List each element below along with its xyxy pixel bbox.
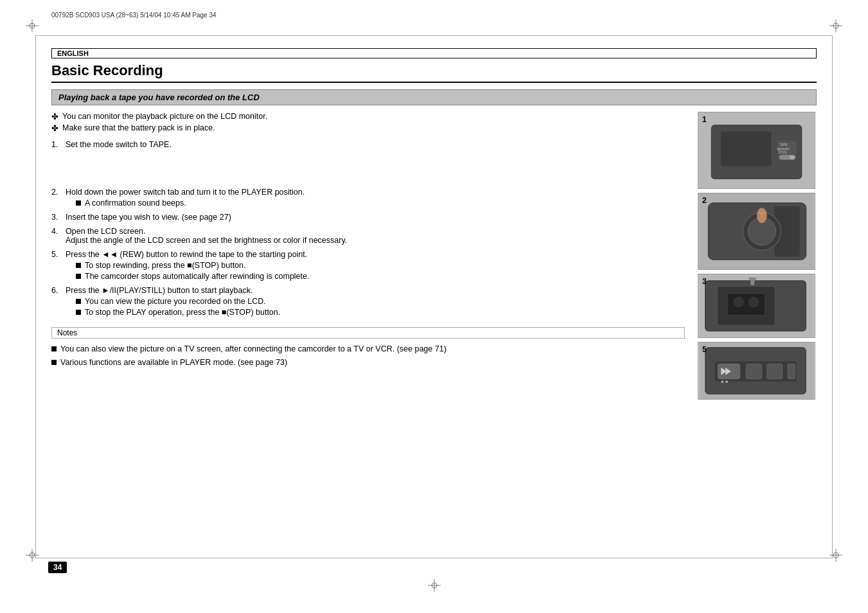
image-1: 1 TAPE MEMORY STICK	[698, 112, 815, 189]
img-1-label: 1	[702, 115, 707, 124]
header-meta: 00792B SCD903 USA (28~63) 5/14/04 10:45 …	[51, 12, 217, 19]
cross-symbol-2: ✤	[51, 123, 58, 133]
sq-bullet-2-1	[76, 200, 81, 206]
page-number: 34	[48, 562, 67, 573]
step-6-content: Press the ►/II(PLAY/STILL) button to sta…	[66, 286, 685, 317]
image-3: 3	[698, 274, 815, 338]
step-4-text: Open the LCD screen.Adjust the angle of …	[66, 227, 347, 245]
img-2-label: 2	[702, 196, 707, 205]
sq-bullet-5-1	[76, 263, 81, 268]
step-4-num: 4.	[51, 227, 66, 236]
step-2-sub-1: A confirmation sound beeps.	[76, 199, 685, 208]
left-border-line	[35, 35, 36, 558]
svg-rect-43	[746, 364, 761, 378]
note-1: You can also view the picture on a TV sc…	[51, 344, 685, 353]
step-5-text: Press the ◄◄ (REW) button to rewind the …	[66, 250, 307, 259]
step-6-sub-2: To stop the PLAY operation, press the ■(…	[76, 308, 685, 317]
cross-bullet-text-1: You can monitor the playback picture on …	[62, 112, 267, 121]
right-border-line	[832, 35, 833, 558]
step-4: 4. Open the LCD screen.Adjust the angle …	[51, 227, 685, 245]
svg-text:STICK: STICK	[778, 151, 786, 154]
step-1: 1. Set the mode switch to TAPE.	[51, 140, 685, 149]
sq-bullet-note-2	[51, 360, 57, 365]
svg-rect-34	[727, 293, 765, 315]
step-5-sub-2: The camcorder stops automatically after …	[76, 272, 685, 281]
step-6: 6. Press the ►/II(PLAY/STILL) button to …	[51, 286, 685, 317]
step-5-sub-1: To stop rewinding, press the ■(STOP) but…	[76, 261, 685, 270]
img-5-label: 5	[702, 345, 707, 354]
step-5-content: Press the ◄◄ (REW) button to rewind the …	[66, 250, 685, 281]
step-1-content: Set the mode switch to TAPE.	[66, 140, 685, 149]
svg-rect-44	[767, 364, 783, 378]
sq-bullet-6-2	[76, 310, 81, 315]
step-5-sub-text-1: To stop rewinding, press the ■(STOP) but…	[85, 261, 246, 270]
step-6-sub-text-1: You can view the picture you recorded on…	[85, 297, 266, 306]
step-3-num: 3.	[51, 213, 66, 222]
step-2: 2. Hold down the power switch tab and tu…	[51, 188, 685, 208]
step-5: 5. Press the ◄◄ (REW) button to rewind t…	[51, 250, 685, 281]
note-2-text: Various functions are available in PLAYE…	[60, 358, 287, 367]
bottom-border-line	[35, 558, 833, 558]
step-6-sub-text-2: To stop the PLAY operation, press the ■(…	[85, 308, 280, 317]
center-cross-bottom	[428, 579, 441, 594]
reg-mark-br	[829, 549, 842, 562]
step-6-num: 6.	[51, 286, 66, 295]
step-6-text: Press the ►/II(PLAY/STILL) button to sta…	[66, 286, 252, 295]
reg-mark-tr	[829, 19, 842, 32]
step-1-num: 1.	[51, 140, 66, 149]
main-title: Basic Recording	[51, 62, 817, 83]
top-border-line	[35, 35, 833, 36]
step-5-sub-text-2: The camcorder stops automatically after …	[85, 272, 309, 281]
step-2-content: Hold down the power switch tab and turn …	[66, 188, 685, 208]
reg-mark-bl	[26, 549, 39, 562]
english-badge: ENGLISH	[51, 48, 817, 58]
cross-bullet-2: ✤ Make sure that the battery pack is in …	[51, 123, 685, 133]
svg-text:TAPE: TAPE	[779, 143, 788, 147]
subtitle-banner: Playing back a tape you have recorded on…	[51, 89, 817, 105]
sq-bullet-note-1	[51, 346, 57, 351]
step-2-num: 2.	[51, 188, 66, 197]
main-content: ✤ You can monitor the playback picture o…	[51, 112, 817, 555]
steps-container: 1. Set the mode switch to TAPE. 2. Hold …	[51, 140, 685, 322]
reg-mark-tl	[26, 19, 39, 32]
svg-rect-45	[788, 364, 795, 378]
svg-rect-36	[748, 297, 759, 307]
step-3: 3. Insert the tape you wish to view. (se…	[51, 213, 685, 222]
cross-symbol-1: ✤	[51, 112, 58, 121]
svg-rect-17	[721, 132, 772, 166]
cross-bullet-text-2: Make sure that the battery pack is in pl…	[62, 123, 215, 132]
right-column: 1 TAPE MEMORY STICK	[698, 112, 817, 555]
step-5-num: 5.	[51, 250, 66, 259]
note-1-text: You can also view the picture on a TV sc…	[60, 344, 447, 353]
step-2-text: Hold down the power switch tab and turn …	[66, 188, 305, 197]
step-6-sub-1: You can view the picture you recorded on…	[76, 297, 685, 306]
step-4-content: Open the LCD screen.Adjust the angle of …	[66, 227, 685, 245]
sq-bullet-6-1	[76, 299, 81, 304]
left-column: ✤ You can monitor the playback picture o…	[51, 112, 685, 555]
image-2: 2	[698, 193, 815, 270]
sq-bullet-5-2	[76, 274, 81, 279]
step-3-content: Insert the tape you wish to view. (see p…	[66, 213, 685, 222]
step-1-text: Set the mode switch to TAPE.	[66, 140, 172, 149]
content-area: ENGLISH Basic Recording Playing back a t…	[51, 48, 817, 555]
notes-label: Notes	[51, 327, 685, 339]
svg-text:◄◄: ◄◄	[720, 379, 729, 384]
img-3-label: 3	[702, 277, 707, 286]
step-2-sub-text-1: A confirmation sound beeps.	[85, 199, 186, 208]
svg-point-29	[757, 208, 767, 224]
step-3-text: Insert the tape you wish to view. (see p…	[66, 213, 231, 222]
svg-point-23	[789, 155, 795, 159]
image-5: 5 ◄◄	[698, 342, 815, 400]
note-2: Various functions are available in PLAYE…	[51, 358, 685, 367]
svg-rect-33	[750, 278, 754, 285]
svg-rect-35	[734, 297, 744, 307]
cross-bullet-1: ✤ You can monitor the playback picture o…	[51, 112, 685, 121]
